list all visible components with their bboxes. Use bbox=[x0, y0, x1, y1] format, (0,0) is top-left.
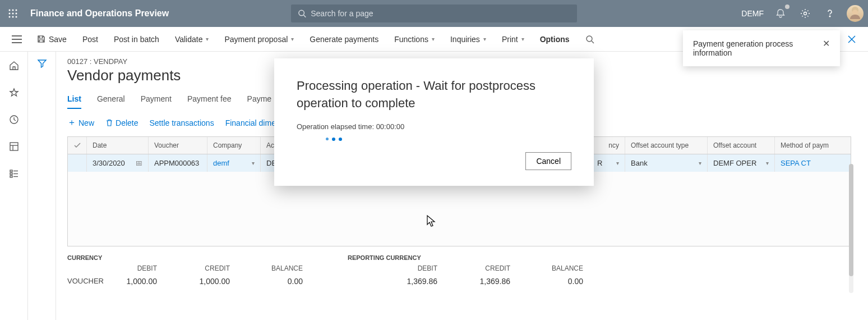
calendar-icon[interactable]: 📅︎ bbox=[135, 159, 142, 167]
tab-general[interactable]: General bbox=[97, 94, 125, 109]
save-icon bbox=[37, 35, 45, 43]
financial-dimensions-button[interactable]: Financial dime bbox=[225, 118, 276, 127]
left-nav bbox=[0, 52, 28, 320]
svg-point-6 bbox=[9, 16, 11, 18]
col-method[interactable]: Method of paym bbox=[775, 137, 837, 154]
cell-currency[interactable]: R▾ bbox=[592, 154, 625, 172]
svg-rect-27 bbox=[10, 176, 12, 177]
col-offset-type[interactable]: Offset account type bbox=[625, 137, 708, 154]
help-icon[interactable] bbox=[822, 6, 838, 21]
svg-rect-25 bbox=[10, 170, 12, 172]
cell-method[interactable]: SEPA CT bbox=[775, 154, 837, 172]
scrollbar-thumb[interactable] bbox=[849, 164, 853, 276]
notifications-icon[interactable] bbox=[773, 6, 788, 21]
chevron-down-icon: ▾ bbox=[432, 36, 435, 42]
cancel-button[interactable]: Cancel bbox=[525, 152, 571, 170]
svg-line-10 bbox=[303, 15, 306, 17]
svg-point-17 bbox=[587, 36, 592, 42]
company-code[interactable]: DEMF bbox=[741, 9, 764, 18]
col-currency[interactable]: ncy bbox=[592, 137, 625, 154]
cell-company[interactable]: demf▾ bbox=[207, 154, 261, 172]
filter-column bbox=[28, 52, 56, 320]
modal-elapsed-time: Operation elapsed time: 00:00:00 bbox=[297, 122, 571, 131]
toast-text: Payment generation process information bbox=[693, 39, 817, 57]
modules-icon[interactable] bbox=[8, 167, 20, 180]
loading-dots-icon bbox=[297, 138, 571, 141]
post-in-batch-button[interactable]: Post in batch bbox=[106, 27, 167, 52]
save-button[interactable]: Save bbox=[29, 27, 75, 52]
chevron-down-icon[interactable]: ▾ bbox=[699, 160, 701, 166]
svg-point-0 bbox=[9, 10, 11, 11]
col-offset-account[interactable]: Offset account bbox=[708, 137, 775, 154]
search-input[interactable] bbox=[311, 9, 570, 18]
chevron-down-icon: ▾ bbox=[483, 36, 486, 42]
row-selector[interactable] bbox=[68, 154, 87, 172]
svg-point-4 bbox=[12, 13, 14, 15]
global-search[interactable] bbox=[291, 4, 577, 22]
col-company[interactable]: Company bbox=[207, 137, 261, 154]
generate-payments-button[interactable]: Generate payments bbox=[302, 27, 386, 52]
search-icon bbox=[298, 9, 306, 18]
tab-list[interactable]: List bbox=[67, 94, 81, 109]
svg-point-9 bbox=[299, 10, 304, 16]
filter-icon[interactable] bbox=[37, 58, 47, 320]
delete-button[interactable]: Delete bbox=[105, 118, 138, 127]
workspaces-icon[interactable] bbox=[8, 140, 20, 153]
svg-point-7 bbox=[12, 16, 14, 18]
svg-point-5 bbox=[16, 13, 17, 15]
functions-dropdown[interactable]: Functions▾ bbox=[386, 27, 442, 52]
svg-point-11 bbox=[804, 12, 807, 15]
cell-offset-account[interactable]: DEMF OPER▾ bbox=[708, 154, 775, 172]
svg-rect-22 bbox=[10, 143, 18, 150]
recent-icon[interactable] bbox=[8, 113, 20, 126]
trash-icon bbox=[105, 119, 113, 127]
svg-point-2 bbox=[16, 10, 17, 11]
chevron-down-icon: ▾ bbox=[521, 36, 524, 42]
options-button[interactable]: Options bbox=[532, 27, 578, 52]
modal-title: Processing operation - Wait for postproc… bbox=[297, 77, 571, 112]
col-date[interactable]: Date bbox=[87, 137, 149, 154]
cell-date[interactable]: 3/30/2020📅︎ bbox=[87, 154, 149, 172]
validate-dropdown[interactable]: Validate▾ bbox=[167, 27, 217, 52]
svg-point-12 bbox=[829, 16, 830, 17]
nav-toggle-icon[interactable] bbox=[4, 35, 29, 43]
settle-transactions-button[interactable]: Settle transactions bbox=[149, 118, 214, 127]
cell-voucher[interactable]: APPM000063 bbox=[149, 154, 207, 172]
find-button[interactable] bbox=[578, 27, 602, 52]
chevron-down-icon[interactable]: ▾ bbox=[766, 160, 769, 166]
cell-offset-type[interactable]: Bank▾ bbox=[625, 154, 708, 172]
voucher-row-label: VOUCHER bbox=[67, 264, 107, 286]
chevron-down-icon[interactable]: ▾ bbox=[252, 160, 255, 166]
totals-section: CURRENCY VOUCHER DEBIT1,000.00 CREDIT1,0… bbox=[67, 254, 868, 286]
svg-line-18 bbox=[592, 41, 594, 43]
search-icon bbox=[585, 35, 594, 44]
close-icon[interactable] bbox=[843, 31, 860, 48]
home-icon[interactable] bbox=[8, 60, 20, 72]
payment-proposal-dropdown[interactable]: Payment proposal▾ bbox=[216, 27, 302, 52]
print-dropdown[interactable]: Print▾ bbox=[494, 27, 532, 52]
toast-notification: Payment generation process information ✕ bbox=[683, 30, 840, 66]
new-button[interactable]: ＋New bbox=[67, 117, 94, 129]
col-voucher[interactable]: Voucher bbox=[149, 137, 207, 154]
currency-totals-title: CURRENCY bbox=[67, 254, 303, 261]
app-launcher-icon[interactable] bbox=[4, 5, 21, 22]
svg-point-3 bbox=[9, 13, 11, 15]
favorites-icon[interactable] bbox=[8, 86, 20, 99]
tab-payment-fee[interactable]: Payment fee bbox=[187, 94, 232, 109]
tab-payment-more[interactable]: Payme bbox=[247, 94, 272, 109]
svg-rect-26 bbox=[10, 173, 12, 175]
chevron-down-icon[interactable]: ▾ bbox=[616, 160, 619, 166]
user-avatar[interactable] bbox=[847, 5, 864, 22]
toast-close-icon[interactable]: ✕ bbox=[823, 39, 830, 48]
select-all[interactable] bbox=[68, 137, 87, 154]
chevron-down-icon: ▾ bbox=[291, 36, 294, 42]
reporting-currency-totals-title: REPORTING CURRENCY bbox=[348, 254, 583, 261]
svg-point-1 bbox=[12, 10, 14, 11]
chevron-down-icon: ▾ bbox=[206, 36, 209, 42]
inquiries-dropdown[interactable]: Inquiries▾ bbox=[442, 27, 494, 52]
vertical-scrollbar[interactable] bbox=[849, 164, 853, 293]
tab-payment[interactable]: Payment bbox=[141, 94, 172, 109]
settings-icon[interactable] bbox=[797, 6, 813, 21]
svg-point-8 bbox=[16, 16, 17, 18]
post-button[interactable]: Post bbox=[75, 27, 106, 52]
